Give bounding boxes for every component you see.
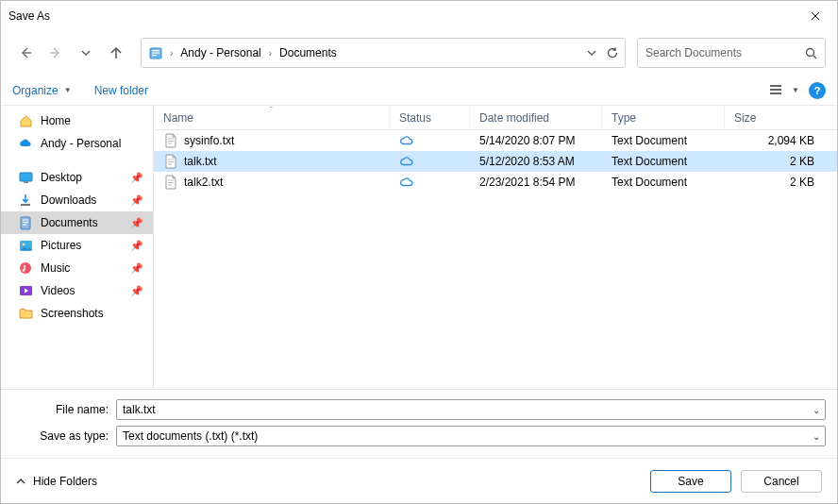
file-size: 2 KB [725, 176, 837, 189]
cloud-status-icon [399, 156, 414, 167]
file-type: Text Document [602, 176, 725, 189]
sidebar-item-onedrive[interactable]: Andy - Personal [1, 132, 153, 155]
save-as-type-value: Text documents (.txt) (*.txt) [123, 429, 258, 443]
file-list-pane: ˆ Name Status Date modified Type Size sy… [154, 106, 837, 389]
filename-input[interactable] [116, 399, 826, 420]
navigation-pane: Home Andy - Personal Desktop 📌 Downloads… [1, 106, 154, 389]
organize-label: Organize [12, 84, 59, 97]
refresh-button[interactable] [606, 46, 619, 59]
save-as-type-select[interactable]: Text documents (.txt) (*.txt) [116, 426, 826, 446]
column-header-date[interactable]: Date modified [470, 106, 602, 129]
text-file-icon [163, 133, 178, 148]
file-name: sysinfo.txt [184, 134, 234, 147]
column-header-status[interactable]: Status [390, 106, 470, 129]
sidebar-item-desktop[interactable]: Desktop 📌 [1, 166, 153, 189]
sidebar-item-home[interactable]: Home [1, 109, 153, 132]
sidebar-item-label: Screenshots [41, 307, 145, 320]
downloads-icon [18, 193, 33, 208]
documents-icon [18, 215, 33, 230]
file-date: 5/14/2020 8:07 PM [470, 134, 602, 147]
column-header-size[interactable]: Size [725, 106, 837, 129]
sidebar-item-label: Andy - Personal [41, 137, 145, 150]
arrow-up-icon [109, 45, 124, 60]
caret-down-icon: ▼ [792, 86, 799, 94]
pictures-icon [18, 238, 33, 253]
pin-icon: 📌 [130, 262, 143, 275]
save-form: File name: ⌄ Save as type: Text document… [1, 389, 837, 458]
cloud-status-icon [399, 176, 414, 188]
cancel-button[interactable]: Cancel [741, 470, 822, 493]
svg-rect-6 [24, 181, 28, 183]
forward-button[interactable] [42, 40, 69, 66]
breadcrumb-sep-icon [170, 48, 173, 59]
sidebar-item-music[interactable]: Music 📌 [1, 257, 153, 279]
file-row[interactable]: talk.txt5/12/2020 8:53 AMText Document2 … [154, 151, 837, 172]
svg-rect-1 [152, 50, 159, 51]
arrow-right-icon [48, 45, 63, 60]
hide-folders-button[interactable]: Hide Folders [16, 475, 97, 488]
music-icon [18, 260, 33, 276]
file-name: talk2.txt [184, 176, 223, 189]
column-header-type[interactable]: Type [602, 106, 725, 129]
column-header-name[interactable]: ˆ Name [154, 106, 390, 129]
sidebar-item-pictures[interactable]: Pictures 📌 [1, 234, 153, 257]
back-button[interactable] [12, 40, 39, 66]
file-row[interactable]: talk2.txt2/23/2021 8:54 PMText Document2… [154, 172, 837, 193]
close-button[interactable] [794, 2, 837, 30]
save-button[interactable]: Save [650, 470, 731, 493]
sidebar-item-videos[interactable]: Videos 📌 [1, 279, 153, 302]
file-date: 5/12/2020 8:53 AM [470, 155, 602, 168]
sidebar-item-screenshots[interactable]: Screenshots [1, 302, 153, 325]
organize-button[interactable]: Organize ▼ [12, 84, 72, 97]
file-type: Text Document [602, 134, 725, 147]
search-input[interactable] [645, 46, 796, 59]
pin-icon: 📌 [130, 285, 143, 297]
save-as-dialog: Save As Andy - Personal Documents [0, 0, 838, 504]
svg-point-11 [23, 269, 25, 272]
file-size: 2,094 KB [725, 134, 837, 147]
pin-icon: 📌 [130, 240, 143, 252]
breadcrumb-segment[interactable]: Documents [277, 42, 339, 63]
svg-point-9 [22, 243, 25, 245]
pin-icon: 📌 [130, 172, 143, 184]
toolbar: Organize ▼ New folder ▼ ? [1, 76, 837, 106]
titlebar: Save As [1, 1, 837, 30]
folder-location-icon [147, 44, 164, 61]
breadcrumb-segment[interactable]: Andy - Personal [178, 42, 262, 63]
svg-rect-5 [20, 173, 32, 181]
home-icon [18, 113, 33, 128]
hide-folders-label: Hide Folders [33, 475, 97, 488]
file-rows: sysinfo.txt5/14/2020 8:07 PMText Documen… [154, 130, 837, 193]
window-title: Save As [8, 9, 50, 23]
file-row[interactable]: sysinfo.txt5/14/2020 8:07 PMText Documen… [154, 130, 837, 151]
file-name: talk.txt [184, 155, 217, 168]
address-dropdown-button[interactable] [587, 48, 596, 58]
save-as-type-label: Save as type: [12, 429, 116, 443]
file-date: 2/23/2021 8:54 PM [470, 176, 602, 189]
help-button[interactable]: ? [809, 82, 826, 99]
recent-locations-button[interactable] [73, 40, 99, 66]
column-headers: ˆ Name Status Date modified Type Size [154, 106, 837, 130]
address-bar[interactable]: Andy - Personal Documents [141, 38, 626, 68]
svg-point-10 [20, 262, 31, 274]
search-box[interactable] [637, 38, 826, 68]
sidebar-item-downloads[interactable]: Downloads 📌 [1, 189, 153, 211]
cloud-status-icon [399, 135, 414, 146]
file-type: Text Document [602, 155, 725, 168]
desktop-icon [18, 170, 33, 185]
up-button[interactable] [103, 40, 129, 66]
videos-icon [18, 283, 33, 298]
sidebar-item-documents[interactable]: Documents 📌 [1, 211, 153, 234]
new-folder-button[interactable]: New folder [94, 84, 148, 97]
svg-rect-3 [152, 55, 157, 56]
sort-asc-icon: ˆ [270, 105, 273, 113]
nav-row: Andy - Personal Documents [1, 30, 837, 76]
chevron-down-icon [587, 48, 596, 58]
pin-icon: 📌 [130, 194, 143, 207]
pin-icon: 📌 [130, 217, 143, 229]
view-options-button[interactable]: ▼ [769, 85, 799, 96]
new-folder-label: New folder [94, 84, 148, 97]
breadcrumb-sep-icon [269, 48, 272, 59]
svg-point-4 [807, 48, 814, 56]
svg-rect-2 [152, 53, 159, 54]
